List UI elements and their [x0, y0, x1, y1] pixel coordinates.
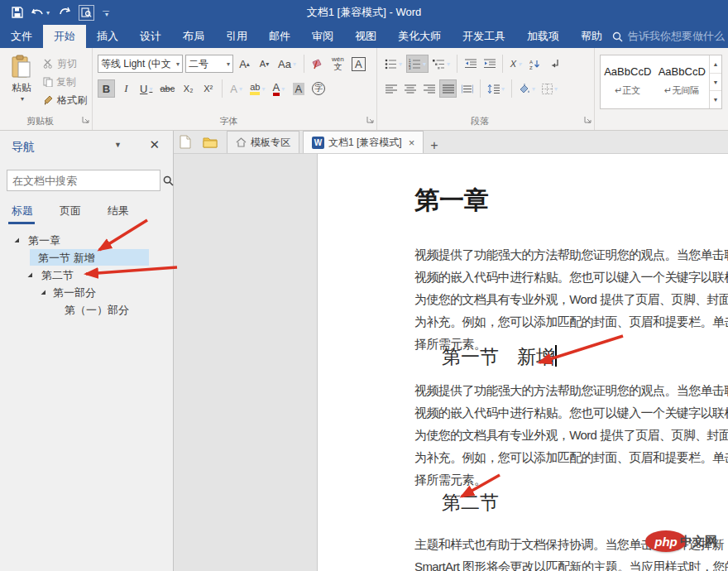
font-name-combo[interactable]: 等线 Light (中文▾: [98, 55, 183, 73]
tab-references[interactable]: 引用: [215, 25, 258, 48]
nav-tab-pages[interactable]: 页面: [60, 204, 81, 218]
ribbon: 粘贴 ▾ 剪切 复制 格式刷 剪贴板: [0, 48, 728, 131]
align-left-button[interactable]: [382, 79, 400, 98]
sort-button[interactable]: AZ: [526, 55, 544, 73]
navigation-search-box[interactable]: ▾: [7, 170, 160, 191]
gallery-scroll-up-icon: ▲: [710, 55, 721, 74]
navigation-options-icon[interactable]: ▼: [114, 141, 122, 149]
character-border-button[interactable]: A: [349, 55, 368, 73]
tree-item-chapter1[interactable]: 第一章: [0, 232, 173, 249]
search-icon: [163, 175, 174, 186]
align-right-button[interactable]: [420, 79, 438, 98]
tab-beautify[interactable]: 美化大师: [387, 25, 452, 48]
text-effects-button[interactable]: A▾: [228, 79, 245, 98]
borders-button[interactable]: ▾: [539, 79, 560, 98]
tree-item-part1[interactable]: 第一部分: [0, 284, 173, 301]
navigation-close-icon[interactable]: ✕: [149, 137, 160, 152]
tab-document1[interactable]: W 文档1 [兼容模式] ×: [303, 131, 424, 153]
new-document-button[interactable]: [174, 131, 197, 153]
align-center-button[interactable]: [401, 79, 419, 98]
redo-icon[interactable]: [58, 7, 70, 18]
tab-mailings[interactable]: 邮件: [258, 25, 301, 48]
save-icon[interactable]: [12, 7, 23, 18]
tab-home[interactable]: 开始: [43, 25, 86, 48]
clear-format-button[interactable]: [309, 55, 327, 73]
collapse-triangle-icon[interactable]: [13, 237, 20, 243]
collapse-triangle-icon[interactable]: [26, 271, 33, 278]
copy-button[interactable]: 复制: [43, 74, 87, 89]
style-no-spacing[interactable]: AaBbCcD ↵无间隔: [654, 55, 708, 108]
undo-icon[interactable]: ▾: [31, 7, 50, 18]
font-size-combo[interactable]: 二号▾: [185, 55, 233, 73]
paragraph-dialog-launcher[interactable]: [584, 112, 592, 127]
tree-item-part1-sub[interactable]: 第（一）部分: [0, 301, 173, 319]
headings-tree: 第一章 第一节 新增 第二节 第一部分 第（一）部分: [0, 232, 173, 319]
gallery-scroll-down-icon: ▼: [710, 74, 721, 92]
italic-button[interactable]: I: [117, 79, 135, 98]
decrease-indent-button[interactable]: [462, 55, 479, 73]
multilevel-list-button[interactable]: ▾: [430, 55, 453, 73]
tree-item-section2[interactable]: 第二节: [0, 266, 173, 284]
font-dialog-launcher[interactable]: [366, 112, 374, 127]
styles-gallery-scrollbar[interactable]: ▲ ▼ ▼: [709, 55, 721, 108]
strikethrough-button[interactable]: abc: [157, 79, 177, 98]
shrink-font-button[interactable]: A▾: [256, 55, 273, 73]
tab-file[interactable]: 文件: [0, 25, 43, 48]
style-normal[interactable]: AaBbCcD ↵正文: [601, 55, 654, 108]
tab-addins[interactable]: 加载项: [516, 25, 570, 48]
asian-layout-button[interactable]: X▾: [507, 55, 524, 73]
styles-group: AaBbCcD ↵正文 AaBbCcD ↵无间隔 ▲ ▼ ▼: [595, 48, 728, 130]
distribute-button[interactable]: [458, 79, 476, 98]
format-painter-button[interactable]: 格式刷: [43, 93, 87, 108]
cut-button[interactable]: 剪切: [43, 56, 87, 71]
enclose-characters-button[interactable]: 字: [309, 79, 328, 98]
tab-design[interactable]: 设计: [129, 25, 172, 48]
line-spacing-button[interactable]: ▾: [485, 79, 507, 98]
nav-tab-headings[interactable]: 标题: [12, 204, 33, 218]
dropdown-arrow-icon: ▾: [227, 60, 230, 68]
tab-developer[interactable]: 开发工具: [452, 25, 516, 48]
change-case-button[interactable]: Aa▾: [275, 55, 299, 73]
collapse-triangle-icon[interactable]: [40, 289, 46, 295]
shading-button[interactable]: ▾: [516, 79, 538, 98]
search-input[interactable]: [7, 175, 163, 187]
svg-text:Z: Z: [529, 65, 533, 70]
show-marks-button[interactable]: [545, 55, 563, 73]
superscript-button[interactable]: X²: [199, 79, 217, 98]
svg-text:A: A: [529, 60, 533, 65]
increase-indent-button[interactable]: [481, 55, 498, 73]
tab-template-zone[interactable]: 模板专区: [227, 131, 299, 153]
dropdown-arrow-icon[interactable]: ▾: [46, 9, 50, 17]
grow-font-button[interactable]: A▴: [236, 55, 253, 73]
print-preview-icon[interactable]: [79, 5, 94, 21]
numbering-button[interactable]: 123▾: [406, 55, 429, 73]
add-tab-button[interactable]: +: [424, 138, 444, 153]
highlight-color-button[interactable]: ab▾: [247, 79, 267, 98]
tab-view[interactable]: 视图: [344, 25, 387, 48]
document-canvas: 第一章 视频提供了功能强大的方法帮助您证明您的观点。当您单击联机 视频的嵌入代码…: [174, 154, 728, 571]
paragraph-2: 视频提供了功能强大的方法帮助您证明您的观点。当您单击联机 视频的嵌入代码中进行粘…: [414, 379, 728, 491]
character-shading-button[interactable]: A: [290, 79, 307, 98]
bullets-button[interactable]: ▾: [382, 55, 405, 73]
font-color-button[interactable]: A▾: [270, 79, 287, 98]
underline-button[interactable]: U▾: [137, 79, 155, 98]
tab-help[interactable]: 帮助: [570, 25, 613, 48]
php-cn-watermark: php 中文网: [645, 530, 717, 552]
tab-layout[interactable]: 布局: [172, 25, 215, 48]
subscript-button[interactable]: X₂: [180, 79, 197, 98]
justify-button[interactable]: [439, 79, 457, 98]
phonetic-guide-button[interactable]: wén文: [329, 55, 347, 73]
close-tab-icon[interactable]: ×: [409, 137, 415, 149]
customize-qat-icon[interactable]: —▾: [103, 8, 109, 17]
nav-tab-results[interactable]: 结果: [108, 204, 129, 218]
tree-item-section1-selected[interactable]: 第一节 新增: [0, 249, 173, 266]
tab-review[interactable]: 审阅: [301, 25, 344, 48]
tell-me-box[interactable]: 告诉我你想要做什么: [612, 25, 725, 48]
bullet-list-icon: [385, 59, 397, 70]
document-page[interactable]: 第一章 视频提供了功能强大的方法帮助您证明您的观点。当您单击联机 视频的嵌入代码…: [317, 154, 728, 571]
tab-insert[interactable]: 插入: [86, 25, 129, 48]
numbered-list-icon: 123: [409, 59, 421, 70]
clipboard-dialog-launcher[interactable]: [82, 112, 89, 127]
open-folder-button[interactable]: [197, 131, 223, 153]
bold-button[interactable]: B: [98, 79, 115, 98]
